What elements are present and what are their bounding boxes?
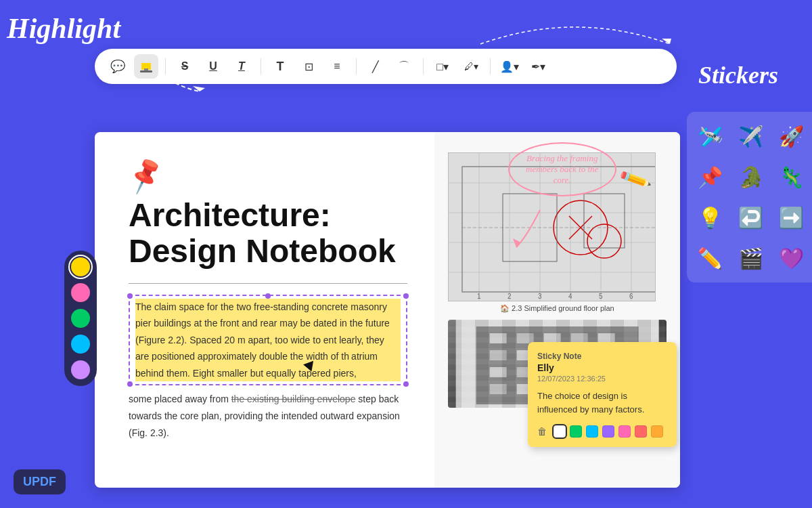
- toolbar-text[interactable]: T: [268, 54, 292, 79]
- color-yellow[interactable]: [71, 257, 90, 276]
- document-area: 📌 Architecture:Design Notebook The claim…: [95, 132, 680, 488]
- highlight-tool-icon: [139, 59, 154, 74]
- sticky-note-datetime: 12/07/2023 12:36:25: [537, 375, 667, 383]
- toolbar-textcols[interactable]: ≡: [325, 54, 349, 79]
- selection-handle-bl: [127, 381, 133, 387]
- doc-paragraph-1: some placed away from the existing build…: [129, 391, 407, 442]
- doc-body: some placed away from the existing build…: [129, 391, 407, 442]
- sticky-note-footer: 🗑: [537, 425, 667, 438]
- toolbar-line[interactable]: ╱: [363, 54, 388, 79]
- sticker-arrow-right[interactable]: ➡️: [775, 201, 807, 234]
- svg-text:5: 5: [599, 293, 603, 300]
- toolbar: 💬 S U T T ⊡ ≡ ╱ ⌒ □▾: [95, 49, 677, 84]
- divider-3: [356, 58, 357, 75]
- title-divider: [129, 283, 407, 284]
- divider-2: [261, 58, 261, 75]
- sticky-note-header: Sticky Note: [537, 352, 667, 361]
- updf-logo-text: UPDF: [23, 475, 56, 488]
- svg-text:4: 4: [568, 293, 572, 300]
- stickers-label: Stickers: [698, 61, 778, 89]
- selection-handle-br: [403, 381, 409, 387]
- toolbar-comment[interactable]: 💬: [106, 54, 130, 79]
- strikethrough-text: the existing building envelope: [231, 394, 356, 404]
- sticky-note: Sticky Note Elly 12/07/2023 12:36:25 The…: [528, 342, 677, 447]
- svg-rect-42: [489, 350, 506, 360]
- toolbar-underline[interactable]: U: [201, 54, 225, 79]
- highlight-label: Highlight: [7, 12, 120, 45]
- updf-logo: UPDF: [14, 469, 66, 494]
- pin-icon: 📌: [124, 154, 166, 196]
- doc-left-panel: 📌 Architecture:Design Notebook The claim…: [95, 132, 434, 488]
- sticky-color-pink[interactable]: [618, 425, 631, 438]
- sticky-color-white[interactable]: [554, 425, 566, 438]
- selection-handle-tc: [265, 293, 271, 299]
- toolbar-arch[interactable]: ⌒: [392, 54, 416, 79]
- speech-bubble: Bracing the framing members back to the …: [508, 142, 616, 196]
- toolbar-person[interactable]: 👤▾: [497, 54, 522, 79]
- svg-marker-5: [513, 238, 521, 247]
- color-palette: [64, 251, 97, 386]
- selection-handle-tr: [403, 293, 409, 299]
- svg-text:1: 1: [477, 293, 481, 300]
- toolbar-rect[interactable]: □▾: [430, 54, 455, 79]
- sticky-color-orange[interactable]: [651, 425, 663, 438]
- color-blue[interactable]: [71, 335, 90, 354]
- svg-rect-4: [140, 70, 152, 72]
- sticky-color-blue[interactable]: [586, 425, 598, 438]
- toolbar-highlight[interactable]: [134, 54, 158, 79]
- sticker-paper-plane-right[interactable]: 🚀: [775, 120, 807, 152]
- sticker-pen[interactable]: ✏️: [694, 242, 726, 274]
- toolbar-textbox[interactable]: ⊡: [296, 54, 321, 79]
- doc-right-panel: Bracing the framing members back to the …: [434, 132, 680, 488]
- sticky-note-body: The choice of design is influenced by ma…: [537, 389, 667, 416]
- sticker-crocodile[interactable]: 🐊: [734, 161, 767, 193]
- divider-4: [423, 58, 424, 75]
- sticky-delete-button[interactable]: 🗑: [537, 426, 547, 437]
- sticker-clapper[interactable]: 🎬: [734, 242, 767, 274]
- sticker-pushpin[interactable]: 📌: [694, 161, 726, 193]
- bubble-arrow: [513, 210, 567, 251]
- svg-text:3: 3: [538, 293, 542, 300]
- sticky-color-green[interactable]: [570, 425, 582, 438]
- sticker-lizard[interactable]: 🦎: [775, 161, 807, 193]
- doc-title: Architecture:Design Notebook: [129, 198, 407, 270]
- sticky-note-author: Elly: [537, 362, 667, 373]
- sticker-heart[interactable]: 💜: [775, 242, 807, 274]
- color-pink[interactable]: [71, 283, 90, 302]
- highlighted-text: The claim space for the two free-standin…: [135, 299, 401, 382]
- divider-5: [490, 58, 491, 75]
- sticky-color-purple[interactable]: [602, 425, 614, 438]
- sticky-color-red[interactable]: [635, 425, 647, 438]
- color-green[interactable]: [71, 309, 90, 328]
- sticker-paper-plane-filled[interactable]: 🛩️: [694, 120, 726, 152]
- floor-plan-caption: 🏠 2.3 Simplified ground floor plan: [448, 304, 667, 313]
- svg-rect-47: [489, 367, 506, 377]
- toolbar-underline2[interactable]: T: [229, 54, 254, 79]
- color-purple[interactable]: [71, 360, 90, 379]
- sticker-paper-plane-outline[interactable]: ✈️: [734, 120, 767, 152]
- sticker-panel: 🛩️ ✈️ 🚀 📌 🐊 🦎 💡 ↩️ ➡️ ✏️ 🎬 💜: [687, 112, 812, 282]
- svg-rect-37: [489, 333, 506, 343]
- selection-handle-tl: [127, 293, 133, 299]
- highlighted-section: The claim space for the two free-standin…: [129, 295, 407, 386]
- toolbar-pen2[interactable]: ✒▾: [526, 54, 550, 79]
- divider-1: [165, 58, 166, 75]
- toolbar-pen[interactable]: 🖊▾: [459, 54, 483, 79]
- toolbar-strikethrough[interactable]: S: [173, 54, 197, 79]
- svg-text:6: 6: [629, 293, 633, 300]
- sticker-lightbulb[interactable]: 💡: [694, 201, 726, 234]
- svg-rect-52: [489, 384, 506, 394]
- sticker-return-arrow[interactable]: ↩️: [734, 201, 767, 234]
- svg-text:2: 2: [508, 293, 512, 300]
